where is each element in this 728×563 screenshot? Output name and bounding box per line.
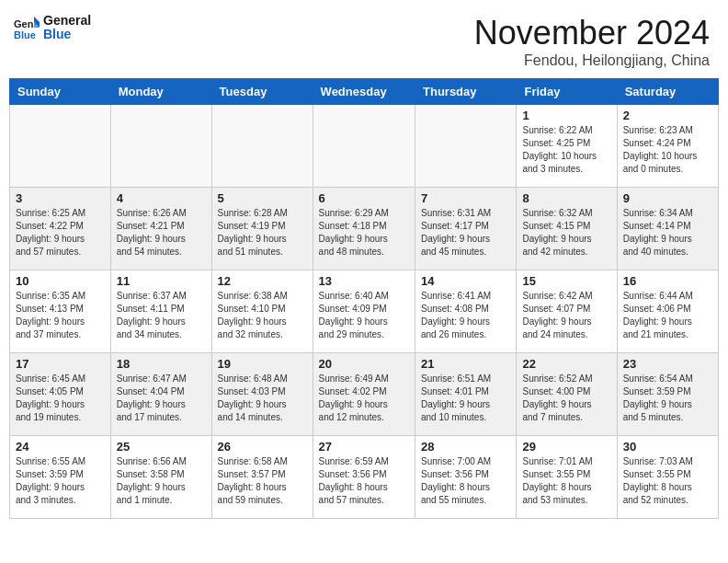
calendar-cell: 20Sunrise: 6:49 AM Sunset: 4:02 PM Dayli… bbox=[313, 353, 415, 436]
calendar-header-tuesday: Tuesday bbox=[211, 79, 313, 105]
logo: General Blue General Blue bbox=[14, 14, 91, 42]
calendar-cell: 26Sunrise: 6:58 AM Sunset: 3:57 PM Dayli… bbox=[211, 436, 313, 519]
day-info: Sunrise: 6:52 AM Sunset: 4:00 PM Dayligh… bbox=[522, 373, 610, 424]
calendar-week-1: 1Sunrise: 6:22 AM Sunset: 4:25 PM Daylig… bbox=[10, 105, 719, 188]
calendar-cell: 18Sunrise: 6:47 AM Sunset: 4:04 PM Dayli… bbox=[110, 353, 211, 436]
calendar-cell: 27Sunrise: 6:59 AM Sunset: 3:56 PM Dayli… bbox=[313, 436, 415, 519]
day-number: 8 bbox=[522, 191, 610, 205]
month-title: November 2024 bbox=[474, 14, 710, 52]
day-number: 20 bbox=[319, 357, 409, 371]
logo-icon: General Blue bbox=[14, 15, 40, 40]
day-number: 6 bbox=[319, 191, 409, 205]
day-info: Sunrise: 6:55 AM Sunset: 3:59 PM Dayligh… bbox=[16, 455, 105, 507]
day-info: Sunrise: 6:23 AM Sunset: 4:24 PM Dayligh… bbox=[623, 124, 712, 176]
day-number: 22 bbox=[522, 357, 610, 371]
calendar-cell: 4Sunrise: 6:26 AM Sunset: 4:21 PM Daylig… bbox=[110, 188, 211, 270]
day-info: Sunrise: 7:00 AM Sunset: 3:56 PM Dayligh… bbox=[421, 455, 510, 507]
day-info: Sunrise: 6:31 AM Sunset: 4:17 PM Dayligh… bbox=[421, 207, 510, 259]
day-info: Sunrise: 6:48 AM Sunset: 4:03 PM Dayligh… bbox=[218, 373, 307, 424]
calendar-cell: 10Sunrise: 6:35 AM Sunset: 4:13 PM Dayli… bbox=[10, 270, 111, 353]
day-number: 21 bbox=[421, 357, 510, 371]
day-info: Sunrise: 6:51 AM Sunset: 4:01 PM Dayligh… bbox=[421, 373, 510, 424]
day-number: 9 bbox=[623, 191, 712, 205]
calendar-week-2: 3Sunrise: 6:25 AM Sunset: 4:22 PM Daylig… bbox=[10, 188, 719, 270]
day-number: 7 bbox=[421, 191, 510, 205]
day-info: Sunrise: 6:26 AM Sunset: 4:21 PM Dayligh… bbox=[117, 207, 206, 259]
calendar-cell bbox=[313, 105, 415, 188]
day-number: 16 bbox=[623, 274, 712, 288]
logo-blue: Blue bbox=[43, 28, 91, 41]
calendar-cell: 3Sunrise: 6:25 AM Sunset: 4:22 PM Daylig… bbox=[10, 188, 111, 270]
page-header: General Blue General Blue November 2024 … bbox=[0, 0, 728, 78]
day-info: Sunrise: 6:54 AM Sunset: 3:59 PM Dayligh… bbox=[623, 373, 712, 424]
calendar: SundayMondayTuesdayWednesdayThursdayFrid… bbox=[9, 78, 719, 519]
day-number: 1 bbox=[522, 109, 610, 122]
calendar-cell: 19Sunrise: 6:48 AM Sunset: 4:03 PM Dayli… bbox=[211, 353, 313, 436]
calendar-cell: 9Sunrise: 6:34 AM Sunset: 4:14 PM Daylig… bbox=[617, 188, 718, 270]
day-info: Sunrise: 6:22 AM Sunset: 4:25 PM Dayligh… bbox=[522, 124, 610, 176]
calendar-week-5: 24Sunrise: 6:55 AM Sunset: 3:59 PM Dayli… bbox=[10, 436, 719, 519]
calendar-cell: 12Sunrise: 6:38 AM Sunset: 4:10 PM Dayli… bbox=[211, 270, 313, 353]
day-info: Sunrise: 6:37 AM Sunset: 4:11 PM Dayligh… bbox=[117, 290, 206, 341]
day-number: 26 bbox=[218, 440, 307, 454]
calendar-cell: 30Sunrise: 7:03 AM Sunset: 3:55 PM Dayli… bbox=[617, 436, 718, 519]
day-info: Sunrise: 6:58 AM Sunset: 3:57 PM Dayligh… bbox=[218, 455, 307, 507]
day-number: 28 bbox=[421, 440, 510, 454]
day-info: Sunrise: 6:32 AM Sunset: 4:15 PM Dayligh… bbox=[522, 207, 610, 259]
day-info: Sunrise: 6:29 AM Sunset: 4:18 PM Dayligh… bbox=[319, 207, 409, 259]
calendar-cell: 16Sunrise: 6:44 AM Sunset: 4:06 PM Dayli… bbox=[617, 270, 718, 353]
calendar-cell bbox=[110, 105, 211, 188]
calendar-header-saturday: Saturday bbox=[617, 79, 718, 105]
calendar-cell: 1Sunrise: 6:22 AM Sunset: 4:25 PM Daylig… bbox=[517, 105, 617, 188]
calendar-header-sunday: Sunday bbox=[10, 79, 111, 105]
day-info: Sunrise: 6:40 AM Sunset: 4:09 PM Dayligh… bbox=[319, 290, 409, 341]
day-number: 27 bbox=[319, 440, 409, 454]
calendar-cell: 22Sunrise: 6:52 AM Sunset: 4:00 PM Dayli… bbox=[517, 353, 617, 436]
day-info: Sunrise: 6:59 AM Sunset: 3:56 PM Dayligh… bbox=[319, 455, 409, 507]
day-info: Sunrise: 6:25 AM Sunset: 4:22 PM Dayligh… bbox=[16, 207, 105, 259]
calendar-cell: 29Sunrise: 7:01 AM Sunset: 3:55 PM Dayli… bbox=[517, 436, 617, 519]
calendar-cell: 24Sunrise: 6:55 AM Sunset: 3:59 PM Dayli… bbox=[10, 436, 111, 519]
day-info: Sunrise: 6:47 AM Sunset: 4:04 PM Dayligh… bbox=[117, 373, 206, 424]
calendar-week-3: 10Sunrise: 6:35 AM Sunset: 4:13 PM Dayli… bbox=[10, 270, 719, 353]
calendar-cell bbox=[415, 105, 517, 188]
title-section: November 2024 Fendou, Heilongjiang, Chin… bbox=[474, 14, 710, 69]
day-number: 3 bbox=[16, 191, 105, 205]
day-number: 19 bbox=[218, 357, 307, 371]
day-number: 13 bbox=[319, 274, 409, 288]
day-info: Sunrise: 6:28 AM Sunset: 4:19 PM Dayligh… bbox=[218, 207, 307, 259]
day-info: Sunrise: 6:41 AM Sunset: 4:08 PM Dayligh… bbox=[421, 290, 510, 341]
day-number: 4 bbox=[117, 191, 206, 205]
svg-text:Blue: Blue bbox=[14, 29, 36, 40]
day-info: Sunrise: 6:56 AM Sunset: 3:58 PM Dayligh… bbox=[117, 455, 206, 507]
day-number: 17 bbox=[16, 357, 105, 371]
day-number: 15 bbox=[522, 274, 610, 288]
calendar-header-row: SundayMondayTuesdayWednesdayThursdayFrid… bbox=[10, 79, 719, 105]
day-info: Sunrise: 6:38 AM Sunset: 4:10 PM Dayligh… bbox=[218, 290, 307, 341]
calendar-cell: 5Sunrise: 6:28 AM Sunset: 4:19 PM Daylig… bbox=[211, 188, 313, 270]
location: Fendou, Heilongjiang, China bbox=[474, 52, 710, 69]
day-number: 29 bbox=[522, 440, 610, 454]
day-info: Sunrise: 6:42 AM Sunset: 4:07 PM Dayligh… bbox=[522, 290, 610, 341]
day-number: 12 bbox=[218, 274, 307, 288]
day-info: Sunrise: 6:45 AM Sunset: 4:05 PM Dayligh… bbox=[16, 373, 105, 424]
calendar-cell bbox=[211, 105, 313, 188]
day-number: 5 bbox=[218, 191, 307, 205]
calendar-cell: 7Sunrise: 6:31 AM Sunset: 4:17 PM Daylig… bbox=[415, 188, 517, 270]
calendar-cell: 21Sunrise: 6:51 AM Sunset: 4:01 PM Dayli… bbox=[415, 353, 517, 436]
calendar-header-monday: Monday bbox=[110, 79, 211, 105]
day-number: 11 bbox=[117, 274, 206, 288]
day-number: 24 bbox=[16, 440, 105, 454]
day-number: 30 bbox=[623, 440, 712, 454]
calendar-cell: 28Sunrise: 7:00 AM Sunset: 3:56 PM Dayli… bbox=[415, 436, 517, 519]
calendar-cell: 8Sunrise: 6:32 AM Sunset: 4:15 PM Daylig… bbox=[517, 188, 617, 270]
calendar-cell bbox=[10, 105, 111, 188]
calendar-header-friday: Friday bbox=[517, 79, 617, 105]
day-info: Sunrise: 6:35 AM Sunset: 4:13 PM Dayligh… bbox=[16, 290, 105, 341]
calendar-cell: 23Sunrise: 6:54 AM Sunset: 3:59 PM Dayli… bbox=[617, 353, 718, 436]
day-number: 23 bbox=[623, 357, 712, 371]
day-info: Sunrise: 6:34 AM Sunset: 4:14 PM Dayligh… bbox=[623, 207, 712, 259]
day-number: 18 bbox=[117, 357, 206, 371]
day-info: Sunrise: 7:03 AM Sunset: 3:55 PM Dayligh… bbox=[623, 455, 712, 507]
day-number: 25 bbox=[117, 440, 206, 454]
